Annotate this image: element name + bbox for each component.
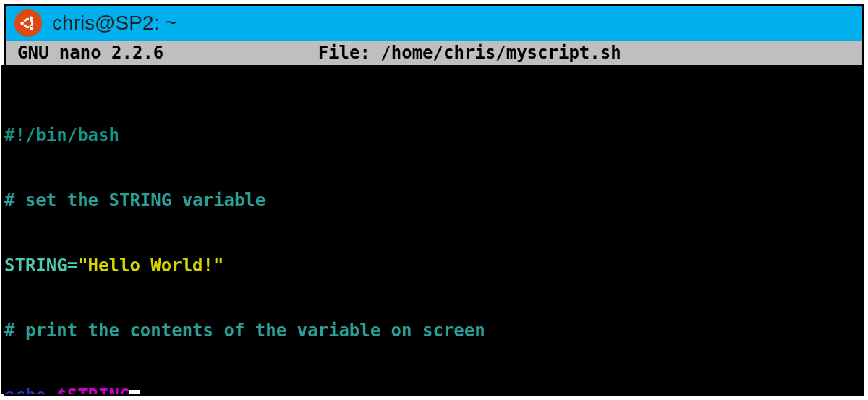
- editor-content[interactable]: #!/bin/bash # set the STRING variable ST…: [1, 65, 862, 394]
- nano-status-bar: GNU nano 2.2.6 File: /home/chris/myscrip…: [6, 41, 862, 65]
- assignment: STRING=: [4, 255, 77, 276]
- ubuntu-icon: [14, 9, 42, 37]
- code-line: echo $STRING: [1, 385, 862, 394]
- comment: # set the STRING variable: [4, 190, 265, 210]
- cursor: [129, 390, 140, 394]
- nano-app-label: GNU nano 2.2.6: [6, 43, 163, 63]
- code-line: STRING="Hello World!": [1, 255, 862, 276]
- shebang: #!/bin/bash: [4, 125, 119, 145]
- code-line: # print the contents of the variable on …: [1, 320, 862, 341]
- comment: # print the contents of the variable on …: [4, 320, 485, 341]
- command: echo: [4, 386, 56, 394]
- window-titlebar[interactable]: chris@SP2: ~: [6, 6, 862, 41]
- string-literal: "Hello World!": [77, 255, 224, 276]
- window-title: chris@SP2: ~: [52, 12, 176, 35]
- terminal-window: chris@SP2: ~ GNU nano 2.2.6 File: /home/…: [4, 4, 864, 396]
- svg-point-2: [29, 16, 33, 20]
- svg-point-3: [29, 26, 33, 30]
- code-line: #!/bin/bash: [1, 124, 862, 146]
- code-line: # set the STRING variable: [1, 190, 862, 211]
- variable-ref: $STRING: [56, 386, 129, 394]
- svg-point-1: [20, 21, 25, 25]
- nano-file-label: File: /home/chris/myscript.sh: [163, 43, 862, 63]
